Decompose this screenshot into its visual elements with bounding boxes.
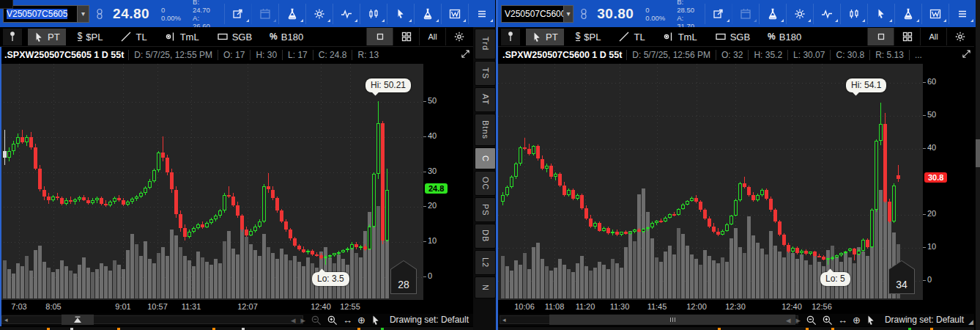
settings-gear-icon[interactable] — [445, 28, 472, 45]
crosshair-icon[interactable]: ⊕ — [357, 315, 365, 326]
symbol-input[interactable]: V250507C5600 — [501, 5, 564, 23]
side-tab-l2[interactable]: L2 — [475, 250, 496, 275]
candle-body — [857, 251, 861, 254]
symbol-link-icon[interactable] — [95, 8, 104, 20]
time-axis[interactable]: 10:0611:0811:2011:3011:4512:0012:3012:40… — [498, 301, 974, 314]
titlebar[interactable]: V250507C5605 ▾ 24.80 00.00% B: 24.70A: 2… — [0, 0, 495, 27]
candle-body — [532, 146, 535, 153]
scroll-left-arrow-icon[interactable]: ◂ — [4, 316, 8, 323]
symbol-input[interactable]: V250507C5605 — [3, 5, 78, 23]
scrollbar-handle[interactable] — [549, 315, 795, 325]
zoom-out-icon[interactable] — [311, 315, 322, 326]
strategy-flask-icon[interactable] — [894, 4, 921, 24]
gear-icon[interactable] — [305, 4, 333, 24]
chart-area[interactable]: Hi: 54.1Lo: 534 — [498, 64, 923, 300]
horizontal-expand-icon[interactable]: ↔ — [838, 315, 847, 326]
side-tab-ts[interactable]: TS — [475, 61, 496, 86]
share-icon[interactable] — [224, 4, 251, 24]
tool-tl-button[interactable]: TL — [114, 29, 152, 45]
share-icon[interactable] — [705, 4, 732, 24]
single-layout-icon[interactable] — [366, 28, 393, 45]
tool-tml-button[interactable]: TmL — [159, 29, 205, 45]
gear-icon[interactable] — [786, 4, 813, 24]
chart-pattern-icon[interactable] — [921, 4, 949, 24]
symbol-dropdown-button[interactable]: ▾ — [78, 5, 89, 23]
resize-grip-icon[interactable]: ◢ — [968, 318, 973, 326]
pan-right-icon[interactable]: ▸ — [301, 315, 306, 326]
price-tick-label: 10 — [927, 242, 936, 251]
pulse-study-icon[interactable] — [333, 4, 360, 24]
symbol-dropdown-button[interactable]: ▾ — [564, 5, 573, 23]
side-tab-btns[interactable]: Btns — [475, 114, 496, 146]
pin-icon[interactable] — [501, 29, 520, 45]
grid-layout-icon[interactable] — [393, 28, 419, 45]
volume-bar — [179, 247, 182, 298]
tool-pt-button[interactable]: PT — [28, 29, 66, 45]
maximize-chart-icon[interactable] — [961, 48, 972, 59]
calendar-icon[interactable] — [732, 4, 759, 24]
candle-body — [699, 202, 702, 210]
gridline-h — [0, 207, 423, 208]
horizontal-expand-icon[interactable]: ↔ — [343, 315, 352, 326]
single-layout-icon[interactable] — [867, 28, 894, 45]
zoom-out-icon[interactable] — [806, 315, 817, 326]
volume-bar — [113, 260, 116, 298]
time-axis[interactable]: 7:038:059:0110:5711:3112:0712:4012:55 — [0, 301, 473, 314]
pulse-study-icon[interactable] — [813, 4, 840, 24]
tool-pl-button[interactable]: $$PL — [570, 29, 607, 45]
pin-icon[interactable] — [3, 29, 22, 45]
side-tab-at[interactable]: AT — [475, 87, 496, 112]
scroll-left-arrow-icon[interactable]: ◂ — [502, 316, 506, 323]
price-axis[interactable]: 5040302010024.8 — [423, 63, 473, 301]
cursor-mode-icon[interactable] — [866, 315, 876, 326]
tool-tml-button[interactable]: TmL — [657, 29, 703, 45]
side-tab-db[interactable]: DB — [475, 224, 496, 249]
tool-b180-button[interactable]: %B180 — [762, 29, 807, 45]
scrollbar-track[interactable] — [1, 315, 303, 324]
cursor-tool-icon[interactable] — [867, 4, 894, 24]
drawing-set-label[interactable]: Drawing set: Default — [390, 315, 469, 325]
side-tab-c[interactable]: C — [475, 147, 496, 169]
tool-pt-button[interactable]: PT — [526, 29, 564, 45]
cursor-mode-icon[interactable] — [371, 315, 381, 326]
chart-area[interactable]: Hi: 50.21Lo: 3.528 — [0, 64, 423, 300]
flask-icon[interactable] — [759, 4, 786, 24]
strategy-flask-icon[interactable] — [414, 4, 441, 24]
tool-b180-button[interactable]: %B180 — [264, 29, 309, 45]
side-tab-trd[interactable]: Trd — [475, 29, 496, 59]
pan-left-icon[interactable]: ◂ — [786, 315, 791, 326]
candle-style-icon[interactable] — [360, 4, 387, 24]
zoom-in-icon[interactable] — [822, 315, 833, 326]
maximize-chart-icon[interactable] — [460, 48, 471, 59]
crosshair-icon[interactable]: ⊕ — [853, 315, 861, 326]
tool-pl-button[interactable]: $$PL — [72, 29, 109, 45]
drawing-set-label[interactable]: Drawing set: Default — [885, 315, 964, 325]
settings-gear-icon[interactable] — [946, 28, 973, 45]
side-tab-oc[interactable]: OC — [475, 171, 496, 196]
volume-bar — [223, 241, 226, 298]
tool-sgb-button[interactable]: SGB — [211, 29, 258, 45]
titlebar[interactable]: V250507C5600 ▾ 30.80 00.00% B: 28.50A: 3… — [498, 0, 976, 27]
all-button[interactable]: All — [419, 28, 445, 45]
calendar-icon[interactable] — [251, 4, 278, 24]
chart-pattern-icon[interactable] — [441, 4, 468, 24]
tool-tl-button[interactable]: TL — [612, 29, 650, 45]
zoom-in-icon[interactable] — [327, 315, 338, 326]
candle-style-icon[interactable] — [840, 4, 867, 24]
grid-layout-icon[interactable] — [894, 28, 920, 45]
symbol-link-icon[interactable] — [579, 8, 588, 20]
price-axis[interactable]: 6050402010030.8 — [923, 63, 974, 301]
pan-left-icon[interactable]: ◂ — [291, 315, 296, 326]
right-scrollbar-thumb[interactable] — [976, 139, 980, 167]
menu-icon[interactable] — [468, 4, 495, 24]
scrollbar-handle[interactable] — [62, 315, 94, 325]
side-tab-ps[interactable]: PS — [475, 197, 496, 222]
right-scrollbar-rail[interactable] — [976, 0, 980, 330]
pan-right-icon[interactable]: ▸ — [796, 315, 801, 326]
tool-sgb-button[interactable]: SGB — [709, 29, 756, 45]
cursor-tool-icon[interactable] — [387, 4, 414, 24]
side-tab-n[interactable]: N — [475, 276, 496, 298]
all-button[interactable]: All — [920, 28, 946, 45]
menu-icon[interactable] — [949, 4, 976, 24]
flask-icon[interactable] — [278, 4, 305, 24]
